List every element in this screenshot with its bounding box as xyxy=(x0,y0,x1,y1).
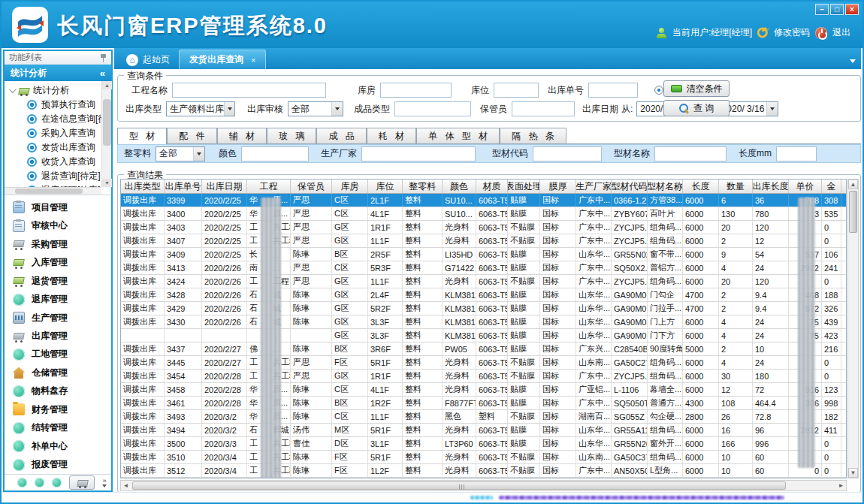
room-input[interactable] xyxy=(380,83,452,98)
column-header-16[interactable]: 数量 xyxy=(719,180,753,193)
code-input[interactable] xyxy=(533,146,602,161)
column-header-5[interactable]: 库房 xyxy=(332,180,368,193)
sidebar-item-6[interactable]: 生产管理 xyxy=(5,309,111,327)
table-row[interactable]: 调拨出库34032020/2/25工共工程严思G区1R1F整料光身料6063-T… xyxy=(121,221,846,234)
tree-horizontal-scrollbar[interactable] xyxy=(5,187,101,195)
table-row[interactable]: 调拨出库34292020/2/26石城陈琳G区5R2F整料KLM38176063… xyxy=(121,302,846,315)
tree-item-0[interactable]: 预算执行查询 xyxy=(5,98,101,112)
name-input[interactable] xyxy=(654,146,727,161)
tab-shipment-query[interactable]: 发货出库查询 × xyxy=(179,50,266,69)
minimize-button[interactable]: – xyxy=(815,4,829,15)
sidebar-item-11[interactable]: 财务管理 xyxy=(5,400,111,418)
column-header-17[interactable]: 出库长度 xyxy=(753,180,789,193)
clear-conditions-button[interactable]: 清空条件 xyxy=(663,80,730,97)
column-header-3[interactable]: 工程 xyxy=(247,180,291,193)
table-row[interactable]: 调拨出库34452020/2/27工共工程严思F区5R1F整料光身料6063-T… xyxy=(121,356,846,370)
column-header-0[interactable]: 出库类型 xyxy=(121,180,165,193)
column-header-8[interactable]: 颜色 xyxy=(443,180,476,193)
table-row[interactable]: 调拨出库34582020/2/28华原...陈琳C区4L1F整料光身料6063-… xyxy=(121,383,846,397)
close-tab-icon[interactable]: × xyxy=(251,56,255,65)
scroll-left-icon[interactable]: ◄ xyxy=(121,481,131,490)
sidebar-item-1[interactable]: 审核中心 xyxy=(5,216,111,234)
table-row[interactable]: 调拨出库34542020/2/28工共工程严思G区1R1F整料光身料6063-T… xyxy=(121,370,846,383)
table-vertical-scrollbar[interactable]: ▲ ▼ xyxy=(847,179,859,478)
table-row[interactable]: 调拨出库35002020/3/3工共工程曹佳D区3L1F整料LT3P606063… xyxy=(121,437,846,451)
material-tab-3[interactable]: 玻 璃 xyxy=(267,128,316,143)
column-header-1[interactable]: 出库单号 xyxy=(165,180,202,193)
change-password-link[interactable]: 修改密码 xyxy=(774,26,810,39)
tab-list-caret-icon[interactable] xyxy=(850,59,856,63)
column-header-6[interactable]: 库位 xyxy=(368,180,403,193)
color-input[interactable] xyxy=(241,146,309,161)
tree-item-1[interactable]: 在途信息查询[待定] xyxy=(5,112,101,126)
material-tab-0[interactable]: 型 材 xyxy=(117,128,167,144)
sidebar-item-0[interactable]: 项目管理 xyxy=(5,198,111,216)
scroll-thumb[interactable] xyxy=(103,99,111,146)
order-no-input[interactable] xyxy=(588,83,638,98)
project-name-input[interactable] xyxy=(172,83,326,98)
material-tab-2[interactable]: 辅 材 xyxy=(217,128,267,143)
tree-item-5[interactable]: 退货查询[待定] xyxy=(5,169,101,183)
more-buttons[interactable]: » xyxy=(102,478,107,487)
material-tab-6[interactable]: 单 体 型 材 xyxy=(416,128,500,143)
table-row[interactable]: 调拨出库34372020/2/27佛...陈琳B区3R6F整料PW056063-… xyxy=(121,343,846,356)
sidebar-item-7[interactable]: 出库管理 xyxy=(5,327,111,345)
column-header-18[interactable]: 单价 xyxy=(789,180,822,193)
material-tab-7[interactable]: 隔 热 条 xyxy=(500,128,566,143)
product-type-input[interactable] xyxy=(394,101,471,116)
column-header-4[interactable]: 保管员 xyxy=(291,180,332,193)
scroll-thumb[interactable] xyxy=(849,191,857,233)
length-input[interactable] xyxy=(776,146,817,161)
expand-icon[interactable] xyxy=(9,86,17,93)
tree-item-4[interactable]: 收货入库查询 xyxy=(5,155,101,169)
column-header-9[interactable]: 材质 xyxy=(476,180,508,193)
table-row[interactable]: 调拨出库33992020/2/25华原...严思C区2L1F整料SU10...6… xyxy=(121,194,846,207)
pin-icon[interactable] xyxy=(100,53,107,62)
cart-button[interactable] xyxy=(69,475,95,490)
sidebar-item-3[interactable]: 入库管理 xyxy=(5,253,111,271)
table-row[interactable]: 调拨出库35102020/3/4工共工程陈琳F区5R1F整料光身料6063-T5… xyxy=(121,451,846,464)
sidebar-item-9[interactable]: 仓储管理 xyxy=(5,364,111,382)
table-row[interactable]: 调拨出库34942020/3/2石辉城汤伟M区5R1F整料光身料6063-T5贴… xyxy=(121,424,846,437)
loc-input[interactable] xyxy=(494,83,539,98)
out-type-select[interactable]: 生产领料出库 xyxy=(166,101,235,116)
table-row[interactable]: 调拨出库34282020/2/26石城陈琳G区2L4F整料KLM38176063… xyxy=(121,288,846,302)
sidebar-item-4[interactable]: 退货管理 xyxy=(5,272,111,290)
scroll-down-icon[interactable]: ▼ xyxy=(102,179,112,187)
tree-root[interactable]: 统计分析 xyxy=(5,83,101,98)
sidebar-item-14[interactable]: 报废管理 xyxy=(5,456,111,474)
column-header-7[interactable]: 整零料 xyxy=(403,180,443,193)
table-row[interactable]: 调拨出库34302020/2/26石城陈琳G区3L3F整料KLM38176063… xyxy=(121,315,846,329)
keeper-input[interactable] xyxy=(512,101,575,116)
scroll-right-icon[interactable]: ► xyxy=(836,481,846,490)
table-row[interactable]: 调拨出库34072020/2/25工共工程严思G区1L1F整料光身料6063-T… xyxy=(121,234,846,248)
scroll-thumb[interactable] xyxy=(132,481,786,490)
material-tab-4[interactable]: 成 品 xyxy=(316,128,366,143)
tree-vertical-scrollbar[interactable]: ▲ ▼ xyxy=(101,81,111,187)
scroll-up-icon[interactable]: ▲ xyxy=(848,180,858,189)
scroll-thumb[interactable] xyxy=(15,189,83,194)
sidebar-item-10[interactable]: 物料盘存 xyxy=(5,382,111,400)
table-row[interactable]: 调拨出库34132020/2/26南...严思C区5R3F整料G71422606… xyxy=(121,261,846,275)
table-row[interactable]: 调拨出库35122020/3/4工共工程陈琳F区1L2F整料光身料6063-T5… xyxy=(121,464,846,478)
column-header-14[interactable]: 型材名称 xyxy=(648,180,683,193)
chevron-down-icon[interactable] xyxy=(193,147,204,161)
column-header-12[interactable]: 生产厂家 xyxy=(576,180,612,193)
table-row[interactable]: 调拨出库34002020/2/25华原...严思C区4L1F整料SU10...6… xyxy=(121,207,846,221)
sidebar-item-8[interactable]: 工地管理 xyxy=(5,346,111,364)
chevron-down-icon[interactable] xyxy=(331,102,343,116)
column-header-15[interactable]: 长度 xyxy=(683,180,719,193)
column-header-13[interactable]: 型材代码 xyxy=(612,180,648,193)
table-horizontal-scrollbar[interactable]: ◄ ► xyxy=(120,480,847,491)
scroll-down-icon[interactable]: ▼ xyxy=(848,468,858,478)
whole-select[interactable]: 全部 xyxy=(156,146,205,161)
close-button[interactable]: × xyxy=(845,4,859,15)
more-icon[interactable]: » xyxy=(102,478,106,484)
logout-link[interactable]: 退出 xyxy=(832,26,850,39)
sidebar-item-5[interactable]: 退库管理 xyxy=(5,290,111,308)
sidebar-section-header[interactable]: 统计分析 « xyxy=(5,65,111,81)
column-header-10[interactable]: 表面处理 xyxy=(508,180,540,193)
table-row[interactable]: 调拨出库34612020/2/28华原...陈琳B区1R2F整料F8877FT6… xyxy=(121,397,846,410)
sidebar-item-12[interactable]: 结转管理 xyxy=(5,419,111,437)
sidebar-item-2[interactable]: 采购管理 xyxy=(5,235,111,253)
